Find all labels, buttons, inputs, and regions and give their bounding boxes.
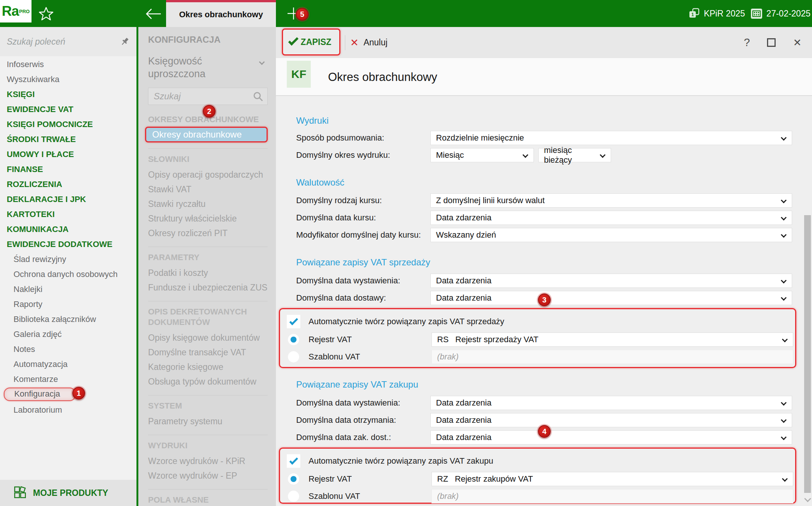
sprzedaz-rejestr-vat-select[interactable]: RS Rejestr sprzedaży VAT xyxy=(431,332,793,347)
config-item[interactable]: Wzorce wydruków - KPiR xyxy=(148,454,268,469)
back-arrow-icon[interactable] xyxy=(144,7,162,21)
config-item[interactable]: Fundusze i ubezpieczenia ZUS xyxy=(148,280,268,295)
close-icon[interactable]: ✕ xyxy=(793,37,802,49)
save-button[interactable]: ZAPISZ xyxy=(282,28,340,55)
sidebar-item[interactable]: Naklejki xyxy=(0,282,136,297)
config-item[interactable]: Stawki VAT xyxy=(148,182,268,197)
sidebar-item[interactable]: Komentarze xyxy=(0,372,136,387)
toolbar-separator xyxy=(345,35,345,50)
favorites-star-icon[interactable] xyxy=(38,6,54,22)
date-selector[interactable]: 27-02-2025 xyxy=(750,7,811,19)
config-item[interactable]: SŁOWNIKI xyxy=(148,148,268,168)
sidebar-item[interactable]: Laboratorium xyxy=(0,403,136,418)
sprzedaz-data-wystawienia-select[interactable]: Data zdarzenia xyxy=(430,274,792,288)
sidebar-item[interactable]: KARTOTEKI xyxy=(0,207,136,222)
sidebar-item[interactable]: Raporty xyxy=(0,297,136,312)
command-search[interactable]: Szukaj poleceń xyxy=(0,27,136,56)
field-label: Domyślna data wystawienia: xyxy=(296,398,430,408)
section-title-wydruki: Wydruki xyxy=(296,115,812,126)
sprzedaz-data-dostawy-select[interactable]: Data zdarzenia xyxy=(430,291,792,305)
sidebar-item[interactable]: FINANSE xyxy=(0,162,136,177)
sidebar-item[interactable]: Automatyzacja xyxy=(0,357,136,372)
logo-sup: PRO xyxy=(19,9,30,14)
zakup-rejestr-vat-radio[interactable] xyxy=(288,473,299,485)
konfiguracja-panel-title: KONFIGURACJA xyxy=(148,34,268,45)
config-item[interactable]: Opisy operacji gospodarczych xyxy=(148,168,268,182)
config-item[interactable]: WYDRUKI xyxy=(148,435,268,454)
tab-okres-obrachunkowy[interactable]: Okres obrachunkowy xyxy=(166,0,276,27)
zakup-data-zak-dost-select[interactable]: Data zdarzenia xyxy=(430,430,792,445)
zakup-data-wystawienia-select[interactable]: Data zdarzenia xyxy=(430,396,792,410)
zakup-rejestr-vat-select[interactable]: RZ Rejestr zakupów VAT xyxy=(431,472,793,486)
sidebar-item[interactable]: Notes xyxy=(0,342,136,357)
config-item[interactable]: Obsługa typów dokumentów xyxy=(148,374,268,389)
sidebar-item[interactable]: Biblioteka załączników xyxy=(0,312,136,327)
vertical-scrollbar[interactable] xyxy=(804,215,811,493)
auto-vat-sprzedaz-checkbox[interactable] xyxy=(287,315,300,328)
config-item[interactable]: Stawki ryczałtu xyxy=(148,197,268,211)
config-item[interactable]: Podatki i koszty xyxy=(148,266,268,280)
config-search-input[interactable]: Szukaj xyxy=(148,88,268,105)
top-bar: RaPRO Okres obrachunkowy 1 KPiR 2025 27-… xyxy=(0,0,812,27)
sidebar-item[interactable]: Galeria zdjęć xyxy=(0,327,136,342)
config-item[interactable]: SYSTEM xyxy=(148,395,268,414)
sidebar-item[interactable]: KSIĘGI POMOCNICZE xyxy=(0,117,136,132)
konfiguracja-annotation-box[interactable]: Konfiguracja xyxy=(4,388,76,401)
okres-wydruku-select[interactable]: Miesiąc xyxy=(430,148,534,162)
sprzedaz-szablon-vat-radio[interactable] xyxy=(288,351,299,362)
my-products-bar[interactable]: MOJE PRODUKTY xyxy=(0,480,136,506)
sidebar-item[interactable]: ROZLICZENIA xyxy=(0,177,136,192)
auto-vat-zakup-checkbox[interactable] xyxy=(287,454,300,468)
zakup-szablon-vat-radio[interactable] xyxy=(288,491,299,502)
data-kursu-select[interactable]: Data zdarzenia xyxy=(430,211,792,225)
sidebar-item[interactable]: Wyszukiwarka xyxy=(0,72,136,87)
sidebar-item[interactable]: ŚRODKI TRWAŁE xyxy=(0,132,136,147)
config-item[interactable]: Okresy rozliczeń PIT xyxy=(148,226,268,241)
module-context-select[interactable]: Księgowość uproszczona xyxy=(148,55,268,80)
config-item[interactable]: Opisy księgowe dokumentów xyxy=(148,331,268,345)
sidebar-item[interactable]: EWIDENCJE DODATKOWE xyxy=(0,237,136,252)
okres-wydruku-modifier-select[interactable]: miesiąc bieżący xyxy=(538,148,611,162)
config-items-list: SŁOWNIKIOpisy operacji gospodarczychStaw… xyxy=(148,148,268,506)
config-item[interactable]: OPIS DEKRETOWANYCH DOKUMENTÓW xyxy=(148,301,268,331)
config-item[interactable]: PARAMETRY xyxy=(148,247,268,266)
sidebar-item[interactable]: Ochrona danych osobowych xyxy=(0,267,136,282)
annotation-badge-3: 3 xyxy=(538,293,551,306)
config-item[interactable]: Struktury właścicielskie xyxy=(148,211,268,226)
sidebar-item[interactable]: Ślad rewizyjny xyxy=(0,252,136,267)
sidebar-item[interactable]: Infoserwis xyxy=(0,57,136,72)
sidebar-item[interactable]: KSIĘGI xyxy=(0,87,136,102)
sprzedaz-rejestr-vat-radio[interactable] xyxy=(288,334,299,345)
chevron-down-icon xyxy=(781,135,787,141)
help-icon[interactable]: ? xyxy=(744,36,750,49)
app-logo[interactable]: RaPRO xyxy=(0,0,31,22)
zakup-data-otrzymania-select[interactable]: Data zdarzenia xyxy=(430,413,792,427)
pin-icon[interactable] xyxy=(120,37,130,46)
rodzaj-kursu-select[interactable]: Z domyślnej linii kursów walut xyxy=(430,193,792,208)
field-label: Domyślna data otrzymania: xyxy=(296,415,430,425)
field-label: Domyślna data kursu: xyxy=(296,213,430,223)
field-label: Domyślny rodzaj kursu: xyxy=(296,196,430,205)
maximize-icon[interactable] xyxy=(767,38,776,47)
config-item[interactable]: Domyślne transakcje VAT xyxy=(148,345,268,360)
sidebar-item-konfiguracja[interactable]: Konfiguracja xyxy=(0,387,136,402)
config-item[interactable]: Kategorie księgowe xyxy=(148,360,268,374)
calendar-icon xyxy=(750,7,763,19)
sidebar-item[interactable]: EWIDENCJE VAT xyxy=(0,102,136,117)
config-item[interactable]: Parametry systemu xyxy=(148,414,268,429)
check-icon xyxy=(288,35,299,46)
config-item[interactable]: Wzorce wydruków - EP xyxy=(148,469,268,483)
sidebar-item[interactable]: KOMUNIKACJA xyxy=(0,222,136,237)
period-selector[interactable]: 1 KPiR 2025 xyxy=(688,7,745,19)
chevron-down-icon xyxy=(781,295,787,301)
cancel-button[interactable]: ✕ Anuluj xyxy=(350,27,388,58)
sposob-podsumowania-select[interactable]: Rozdzielnie miesięcznie xyxy=(430,131,792,145)
modyfikator-daty-kursu-select[interactable]: Wskazany dzień xyxy=(430,228,792,242)
config-item[interactable]: POLA WŁASNE xyxy=(148,489,268,506)
sidebar-item[interactable]: UMOWY I PŁACE xyxy=(0,147,136,162)
config-item-okresy-obrachunkowe-selected[interactable]: Okresy obrachunkowe xyxy=(145,127,268,142)
tab-label: Okres obrachunkowy xyxy=(179,10,263,19)
check-icon xyxy=(289,456,298,464)
sprzedaz-szablon-vat-field: (brak) xyxy=(431,350,793,364)
sidebar-item[interactable]: DEKLARACJE I JPK xyxy=(0,192,136,207)
